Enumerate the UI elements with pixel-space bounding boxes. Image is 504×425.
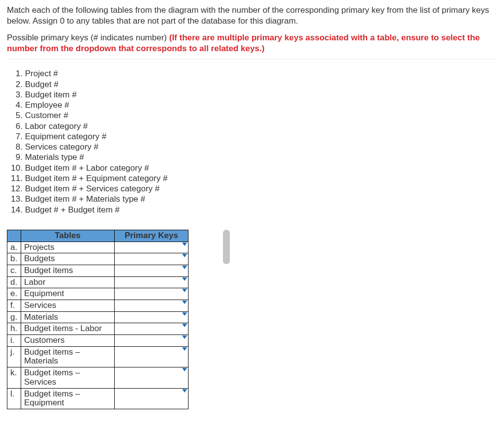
table-header-row: Tables Primary Keys	[7, 230, 189, 242]
item-number: 9.	[11, 152, 23, 162]
row-letter: b.	[7, 253, 21, 265]
primary-key-select[interactable]	[115, 389, 188, 398]
dropdown-arrow-icon	[182, 368, 187, 371]
primary-key-select[interactable]	[115, 300, 188, 310]
primary-key-list: 1. Project # 2. Budget # 3. Budget item …	[11, 68, 497, 215]
item-number: 11.	[11, 173, 23, 183]
primary-key-select[interactable]	[115, 288, 188, 298]
row-letter: e.	[7, 288, 21, 300]
primary-key-select[interactable]	[115, 335, 188, 345]
item-number: 1.	[11, 68, 23, 79]
item-text: Project #	[25, 69, 58, 78]
row-letter: d.	[7, 276, 21, 288]
list-item: 12. Budget item # + Services category #	[11, 183, 497, 194]
list-item: 3. Budget item #	[11, 90, 497, 100]
item-number: 14.	[11, 205, 23, 215]
list-item: 6. Labor category #	[11, 121, 497, 131]
item-number: 10.	[11, 163, 23, 173]
row-letter: j.	[7, 346, 21, 367]
dropdown-arrow-icon	[182, 266, 187, 269]
item-number: 12.	[11, 183, 23, 194]
table-row: b. Budgets	[7, 253, 189, 265]
matching-table: Tables Primary Keys a. Projects b. Budge…	[7, 230, 189, 409]
row-name: Services	[21, 300, 115, 312]
item-number: 5.	[11, 110, 23, 121]
dropdown-arrow-icon	[182, 254, 187, 257]
row-letter: i.	[7, 335, 21, 347]
dropdown-arrow-icon	[182, 335, 187, 339]
dropdown-arrow-icon	[182, 324, 187, 327]
bottom-area: Tables Primary Keys a. Projects b. Budge…	[7, 230, 497, 409]
vertical-scrollbar[interactable]	[223, 230, 230, 407]
primary-key-select[interactable]	[115, 312, 188, 322]
row-name: Labor	[21, 276, 115, 288]
primary-key-select[interactable]	[115, 367, 188, 377]
item-text: Budget #	[25, 80, 59, 89]
table-row: f. Services	[7, 300, 189, 312]
item-number: 4.	[11, 100, 23, 110]
primary-key-select[interactable]	[115, 253, 188, 263]
row-letter: a.	[7, 242, 21, 253]
primary-key-select[interactable]	[115, 347, 188, 357]
item-text: Equipment category #	[25, 132, 106, 141]
dropdown-arrow-icon	[182, 277, 187, 281]
table-row: h. Budget items - Labor	[7, 323, 189, 335]
item-text: Budget item # + Materials type #	[25, 194, 145, 204]
primary-key-select[interactable]	[115, 277, 188, 287]
list-item: 7. Equipment category #	[11, 131, 497, 142]
row-name: Budget items – Services	[21, 367, 115, 388]
item-number: 2.	[11, 79, 23, 90]
item-text: Materials type #	[25, 152, 84, 162]
dropdown-arrow-icon	[182, 301, 187, 304]
table-row: c. Budget items	[7, 265, 189, 276]
item-text: Budget item # + Labor category #	[25, 163, 149, 173]
row-name: Budget items	[21, 265, 115, 276]
row-letter: c.	[7, 265, 21, 276]
list-item: 9. Materials type #	[11, 152, 497, 162]
item-text: Services category #	[25, 142, 98, 152]
item-text: Labor category #	[25, 121, 88, 131]
table-row: j. Budget items – Materials	[7, 346, 189, 367]
list-item: 4. Employee #	[11, 100, 497, 110]
item-text: Budget item #	[25, 90, 77, 99]
item-number: 3.	[11, 90, 23, 100]
header-tables: Tables	[21, 230, 115, 242]
item-text: Employee #	[25, 100, 69, 110]
list-item: 10. Budget item # + Labor category #	[11, 163, 497, 173]
item-text: Budget item # + Services category #	[25, 184, 160, 193]
primary-key-select[interactable]	[115, 265, 188, 275]
item-number: 6.	[11, 121, 23, 131]
table-row: e. Equipment	[7, 288, 189, 300]
dropdown-arrow-icon	[182, 312, 187, 316]
item-text: Budget # + Budget item #	[25, 205, 120, 214]
row-letter: f.	[7, 300, 21, 312]
item-text: Customer #	[25, 111, 68, 120]
table-row: a. Projects	[7, 242, 189, 253]
table-row: g. Materials	[7, 311, 189, 323]
row-letter: l.	[7, 388, 21, 409]
row-name: Budget items – Equipment	[21, 388, 115, 409]
page-root: Match each of the following tables from …	[0, 0, 504, 419]
scrollbar-thumb[interactable]	[223, 230, 230, 264]
header-corner	[7, 230, 21, 242]
row-name: Equipment	[21, 288, 115, 300]
question-sub-instructions: Possible primary keys (# indicates numbe…	[7, 32, 497, 60]
item-number: 8.	[11, 142, 23, 152]
row-letter: h.	[7, 323, 21, 335]
dropdown-arrow-icon	[182, 289, 187, 292]
item-text: Budget item # + Equipment category #	[25, 174, 168, 183]
header-primary-keys: Primary Keys	[115, 230, 189, 242]
row-letter: k.	[7, 367, 21, 388]
dropdown-arrow-icon	[182, 243, 187, 246]
primary-key-select[interactable]	[115, 323, 188, 333]
table-row: k. Budget items – Services	[7, 367, 189, 388]
table-row: l. Budget items – Equipment	[7, 388, 189, 409]
primary-key-select[interactable]	[115, 242, 188, 252]
dropdown-arrow-icon	[182, 389, 187, 393]
item-number: 7.	[11, 131, 23, 142]
item-number: 13.	[11, 194, 23, 204]
table-row: d. Labor	[7, 276, 189, 288]
list-item: 14. Budget # + Budget item #	[11, 205, 497, 215]
row-name: Budgets	[21, 253, 115, 265]
row-name: Customers	[21, 335, 115, 347]
